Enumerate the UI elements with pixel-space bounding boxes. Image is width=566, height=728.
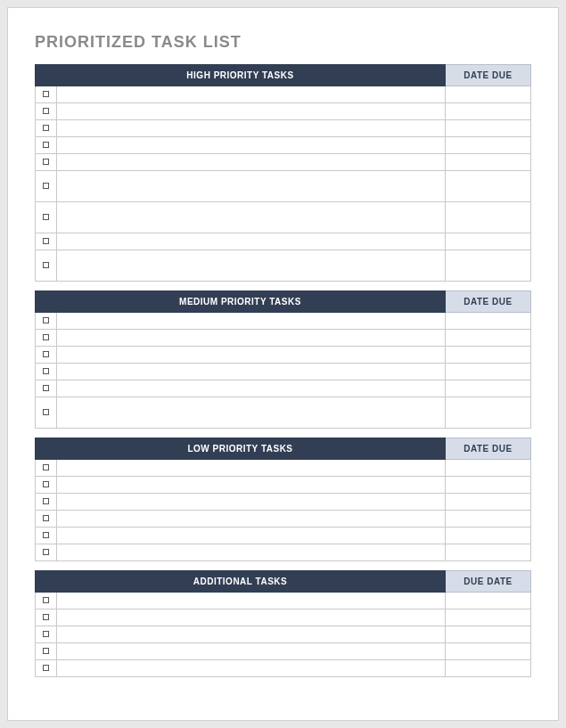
- due-cell[interactable]: [446, 103, 531, 120]
- checkbox-icon[interactable]: [43, 631, 49, 637]
- task-cell[interactable]: [57, 154, 446, 171]
- checkbox-cell[interactable]: [36, 364, 57, 380]
- due-cell[interactable]: [446, 643, 531, 660]
- due-cell[interactable]: [446, 120, 531, 137]
- task-cell[interactable]: [57, 477, 446, 494]
- checkbox-cell[interactable]: [36, 380, 57, 397]
- checkbox-cell[interactable]: [36, 660, 57, 677]
- due-cell[interactable]: [446, 397, 531, 429]
- checkbox-icon[interactable]: [43, 183, 49, 189]
- checkbox-cell[interactable]: [36, 511, 57, 528]
- checkbox-icon[interactable]: [43, 614, 49, 620]
- task-cell[interactable]: [57, 250, 446, 282]
- due-cell[interactable]: [446, 544, 531, 561]
- task-cell[interactable]: [57, 313, 446, 330]
- task-cell[interactable]: [57, 86, 446, 103]
- task-cell[interactable]: [57, 660, 446, 677]
- checkbox-icon[interactable]: [43, 125, 49, 131]
- task-cell[interactable]: [57, 626, 446, 643]
- checkbox-cell[interactable]: [36, 154, 57, 171]
- task-cell[interactable]: [57, 120, 446, 137]
- due-cell[interactable]: [446, 137, 531, 154]
- checkbox-cell[interactable]: [36, 313, 57, 330]
- checkbox-icon[interactable]: [43, 262, 49, 268]
- checkbox-icon[interactable]: [43, 464, 49, 470]
- task-cell[interactable]: [57, 364, 446, 380]
- task-cell[interactable]: [57, 544, 446, 561]
- checkbox-icon[interactable]: [43, 142, 49, 148]
- due-cell[interactable]: [446, 460, 531, 477]
- task-cell[interactable]: [57, 528, 446, 544]
- checkbox-cell[interactable]: [36, 609, 57, 626]
- checkbox-cell[interactable]: [36, 137, 57, 154]
- checkbox-cell[interactable]: [36, 397, 57, 429]
- task-cell[interactable]: [57, 202, 446, 233]
- due-cell[interactable]: [446, 626, 531, 643]
- checkbox-icon[interactable]: [43, 515, 49, 521]
- due-cell[interactable]: [446, 313, 531, 330]
- checkbox-cell[interactable]: [36, 643, 57, 660]
- due-cell[interactable]: [446, 364, 531, 380]
- checkbox-icon[interactable]: [43, 159, 49, 165]
- due-cell[interactable]: [446, 593, 531, 609]
- task-cell[interactable]: [57, 380, 446, 397]
- checkbox-icon[interactable]: [43, 597, 49, 603]
- checkbox-icon[interactable]: [43, 238, 49, 244]
- checkbox-icon[interactable]: [43, 549, 49, 555]
- task-cell[interactable]: [57, 347, 446, 364]
- checkbox-icon[interactable]: [43, 409, 49, 415]
- task-cell[interactable]: [57, 330, 446, 347]
- due-cell[interactable]: [446, 477, 531, 494]
- checkbox-cell[interactable]: [36, 250, 57, 282]
- due-cell[interactable]: [446, 202, 531, 233]
- due-cell[interactable]: [446, 233, 531, 250]
- checkbox-cell[interactable]: [36, 202, 57, 233]
- due-cell[interactable]: [446, 494, 531, 511]
- checkbox-cell[interactable]: [36, 626, 57, 643]
- due-cell[interactable]: [446, 154, 531, 171]
- checkbox-cell[interactable]: [36, 477, 57, 494]
- due-cell[interactable]: [446, 250, 531, 282]
- task-cell[interactable]: [57, 494, 446, 511]
- checkbox-cell[interactable]: [36, 233, 57, 250]
- due-cell[interactable]: [446, 86, 531, 103]
- checkbox-cell[interactable]: [36, 103, 57, 120]
- task-cell[interactable]: [57, 643, 446, 660]
- checkbox-cell[interactable]: [36, 330, 57, 347]
- task-cell[interactable]: [57, 511, 446, 528]
- checkbox-cell[interactable]: [36, 171, 57, 202]
- task-cell[interactable]: [57, 593, 446, 609]
- checkbox-cell[interactable]: [36, 593, 57, 609]
- due-cell[interactable]: [446, 660, 531, 677]
- checkbox-icon[interactable]: [43, 368, 49, 374]
- checkbox-icon[interactable]: [43, 334, 49, 340]
- checkbox-cell[interactable]: [36, 86, 57, 103]
- task-cell[interactable]: [57, 103, 446, 120]
- task-cell[interactable]: [57, 233, 446, 250]
- task-cell[interactable]: [57, 460, 446, 477]
- checkbox-cell[interactable]: [36, 494, 57, 511]
- checkbox-cell[interactable]: [36, 528, 57, 544]
- checkbox-icon[interactable]: [43, 648, 49, 654]
- checkbox-icon[interactable]: [43, 498, 49, 504]
- checkbox-icon[interactable]: [43, 385, 49, 391]
- task-cell[interactable]: [57, 171, 446, 202]
- checkbox-icon[interactable]: [43, 665, 49, 671]
- due-cell[interactable]: [446, 330, 531, 347]
- task-cell[interactable]: [57, 137, 446, 154]
- checkbox-cell[interactable]: [36, 347, 57, 364]
- due-cell[interactable]: [446, 171, 531, 202]
- checkbox-icon[interactable]: [43, 91, 49, 97]
- task-cell[interactable]: [57, 609, 446, 626]
- due-cell[interactable]: [446, 347, 531, 364]
- due-cell[interactable]: [446, 528, 531, 544]
- checkbox-cell[interactable]: [36, 460, 57, 477]
- due-cell[interactable]: [446, 511, 531, 528]
- due-cell[interactable]: [446, 380, 531, 397]
- checkbox-icon[interactable]: [43, 481, 49, 487]
- task-cell[interactable]: [57, 397, 446, 429]
- checkbox-cell[interactable]: [36, 120, 57, 137]
- checkbox-icon[interactable]: [43, 108, 49, 114]
- checkbox-cell[interactable]: [36, 544, 57, 561]
- checkbox-icon[interactable]: [43, 214, 49, 220]
